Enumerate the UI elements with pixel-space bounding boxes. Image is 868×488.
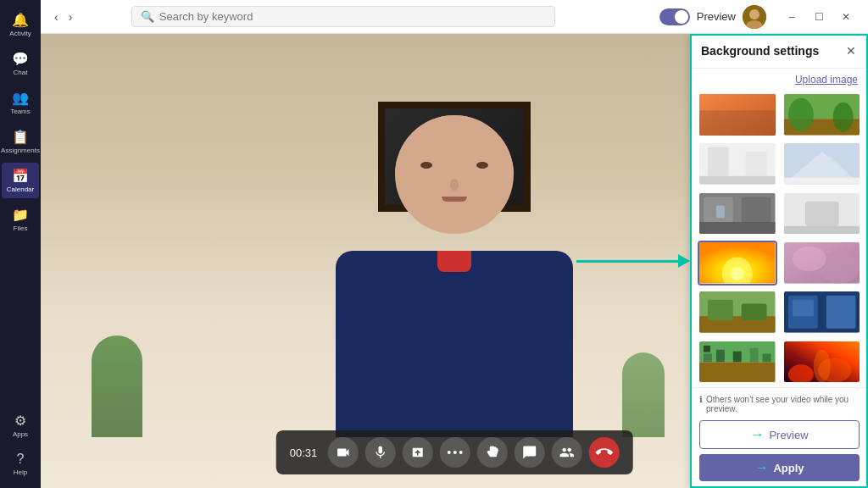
preview-button[interactable]: → Preview <box>699 420 860 449</box>
share-button[interactable] <box>402 437 432 468</box>
svg-point-34 <box>792 247 826 271</box>
sidebar-item-apps[interactable]: ⚙ Apps <box>2 408 39 443</box>
sidebar-label-apps: Apps <box>13 430 28 438</box>
svg-rect-47 <box>733 351 742 362</box>
avatar[interactable] <box>743 5 766 29</box>
sidebar-label-chat: Chat <box>14 69 28 76</box>
window-controls: – ☐ ✕ <box>780 5 858 29</box>
help-icon: ? <box>17 452 25 467</box>
apply-button-label: Apply <box>773 462 804 474</box>
chat-button[interactable] <box>514 437 544 468</box>
svg-point-54 <box>813 349 830 382</box>
svg-rect-27 <box>804 201 838 225</box>
apps-icon: ⚙ <box>14 413 26 429</box>
svg-point-31 <box>731 267 744 280</box>
svg-point-4 <box>453 451 456 454</box>
svg-point-1 <box>749 9 760 19</box>
sidebar-label-assignments: Assignments <box>1 147 40 154</box>
preview-toggle: Preview <box>659 8 736 25</box>
sidebar-item-chat[interactable]: 💬 Chat <box>2 46 39 81</box>
toggle-knob <box>675 10 688 24</box>
sidebar-item-assignments[interactable]: 📋 Assignments <box>2 124 39 159</box>
preview-arrow-icon: → <box>750 427 764 442</box>
svg-point-3 <box>447 451 450 454</box>
svg-rect-50 <box>704 346 710 352</box>
plant-right <box>622 352 665 437</box>
svg-point-12 <box>832 103 853 132</box>
video-container: 00:31 <box>41 34 868 488</box>
svg-rect-49 <box>763 353 771 362</box>
call-timer: 00:31 <box>290 446 318 459</box>
end-call-button[interactable] <box>588 437 619 468</box>
mic-button[interactable] <box>364 437 395 468</box>
arrow-head <box>678 254 690 268</box>
svg-point-5 <box>459 451 462 454</box>
svg-rect-14 <box>708 147 729 176</box>
bg-thumb-minecraft[interactable] <box>698 340 777 385</box>
bg-panel-title: Background settings <box>701 44 819 58</box>
bg-panel-header: Background settings ✕ <box>691 34 868 69</box>
svg-rect-20 <box>784 178 860 185</box>
svg-rect-24 <box>699 222 776 235</box>
files-icon: 📁 <box>12 207 29 223</box>
sidebar: 🔔 Activity 💬 Chat 👥 Teams 📋 Assignments … <box>0 0 41 488</box>
assignments-icon: 📋 <box>12 129 29 145</box>
preview-toggle-label: Preview <box>697 10 736 23</box>
bg-thumb-purple-abstract[interactable] <box>782 241 862 286</box>
apply-button[interactable]: → Apply <box>699 454 860 481</box>
bg-thumb-minimal[interactable] <box>782 191 862 236</box>
calendar-icon: 📅 <box>12 168 29 184</box>
bg-panel-close-button[interactable]: ✕ <box>844 42 858 59</box>
sidebar-item-help[interactable]: ? Help <box>2 446 39 481</box>
person-body <box>336 251 573 437</box>
sidebar-label-teams: Teams <box>10 108 31 115</box>
sidebar-item-teams[interactable]: 👥 Teams <box>2 85 39 120</box>
sidebar-label-activity: Activity <box>9 30 31 37</box>
topbar: ‹ › 🔍 Preview – ☐ ✕ <box>41 0 868 34</box>
bg-thumb-office[interactable] <box>698 191 777 236</box>
svg-rect-25 <box>716 205 725 218</box>
sidebar-item-activity[interactable]: 🔔 Activity <box>2 7 39 42</box>
nav-forward-button[interactable]: › <box>65 8 76 25</box>
bg-thumb-purple-abstract-inner <box>784 242 860 284</box>
raise-hand-button[interactable] <box>476 437 507 468</box>
bg-thumb-living-room[interactable] <box>698 290 777 335</box>
bg-thumb-garden[interactable] <box>782 92 862 137</box>
bg-thumb-office-inner <box>699 193 776 235</box>
preview-toggle-switch[interactable] <box>659 8 690 25</box>
svg-rect-28 <box>784 226 860 235</box>
bg-thumb-fire[interactable] <box>782 340 862 385</box>
nav-back-button[interactable]: ‹ <box>51 8 62 25</box>
svg-rect-45 <box>704 353 712 362</box>
apply-arrow-icon: → <box>754 460 768 475</box>
bg-thumb-orange[interactable] <box>698 92 777 137</box>
camera-button[interactable] <box>327 437 358 468</box>
svg-rect-8 <box>699 110 776 135</box>
preview-button-label: Preview <box>769 429 808 441</box>
sidebar-item-files[interactable]: 📁 Files <box>2 202 39 237</box>
nav-arrows: ‹ › <box>51 8 75 25</box>
bg-panel-footer: ℹ Others won't see your video while you … <box>691 387 868 488</box>
search-bar[interactable]: 🔍 <box>131 6 555 27</box>
bg-settings-panel: Background settings ✕ Upload image <box>690 34 868 488</box>
bg-thumb-white-room[interactable] <box>698 141 777 186</box>
close-button[interactable]: ✕ <box>834 5 858 29</box>
bg-thumb-white-room-inner <box>699 143 776 185</box>
search-input[interactable] <box>159 10 546 23</box>
sidebar-label-calendar: Calendar <box>7 186 34 193</box>
control-bar: 00:31 <box>276 430 633 474</box>
nose <box>450 179 459 191</box>
bg-thumb-yellow[interactable] <box>698 241 777 286</box>
upload-image-label[interactable]: Upload image <box>691 69 868 89</box>
arrow-line <box>576 260 678 263</box>
bg-thumb-tech[interactable] <box>782 290 862 335</box>
sidebar-item-calendar[interactable]: 📅 Calendar <box>2 163 39 198</box>
bg-thumb-minimal-inner <box>784 193 860 235</box>
svg-rect-37 <box>708 300 733 320</box>
more-button[interactable] <box>439 437 470 468</box>
people-button[interactable] <box>551 437 581 468</box>
bg-thumb-mountain[interactable] <box>782 141 862 186</box>
minimize-button[interactable]: – <box>780 5 804 29</box>
maximize-button[interactable]: ☐ <box>807 5 831 29</box>
collar <box>437 251 471 272</box>
